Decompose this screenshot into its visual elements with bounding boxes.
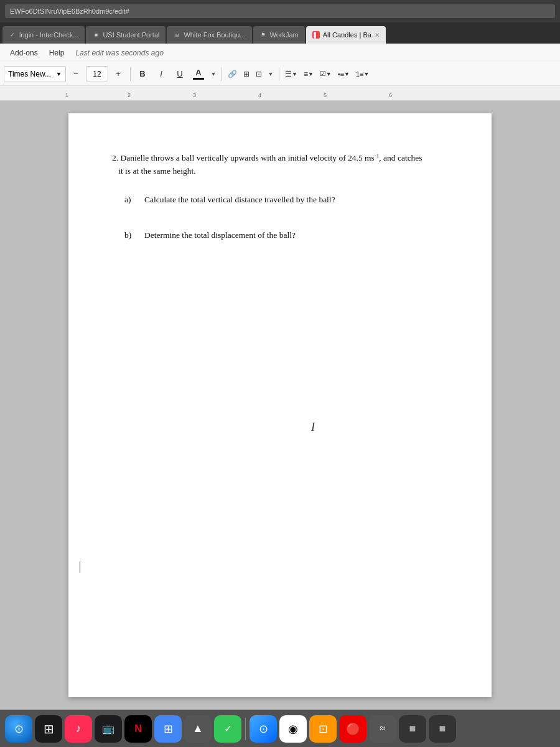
sub-label-a: a) <box>124 193 134 207</box>
dock-item-chrome[interactable]: ◉ <box>279 715 307 743</box>
font-size-input[interactable]: 12 <box>86 66 108 82</box>
font-color-dropdown[interactable]: ▼ <box>208 66 218 82</box>
dock-item-app2[interactable]: ✓ <box>214 715 241 743</box>
tab-label-candles: All Candles | Ba <box>323 31 371 39</box>
checklist-chevron-icon: ▼ <box>326 71 332 77</box>
wifi-icon: ≈ <box>380 722 386 735</box>
dock-item-netflix[interactable]: N <box>124 715 152 743</box>
i-beam-cursor: I <box>311 421 315 433</box>
insert-link-button[interactable]: 🔗 <box>225 66 240 82</box>
dock-item-app1[interactable]: ▲ <box>184 715 212 743</box>
toolbar-separator-2 <box>222 67 222 81</box>
minus-icon: − <box>73 69 78 78</box>
dock-item-app4[interactable]: 🔴 <box>339 715 366 743</box>
macos-dock: ⊙ ⊞ ♪ 📺 N ⊞ ▲ ✓ ⊙ ◉ ⊡ 🔴 ≈ ■ ■ <box>0 710 560 747</box>
italic-button[interactable]: I <box>152 66 170 82</box>
sub-label-b: b) <box>124 228 134 242</box>
font-size-decrease-button[interactable]: − <box>67 66 85 82</box>
bullet-list-button[interactable]: •≡ ▼ <box>335 66 352 82</box>
font-color-icon: A <box>195 68 201 77</box>
ruler-mark-1: 1 <box>65 92 68 98</box>
tv-icon: 📺 <box>102 723 114 735</box>
dock-item-system-prefs[interactable]: ⊙ <box>5 715 32 743</box>
underline-icon: U <box>177 69 182 78</box>
tab-white-fox[interactable]: w White Fox Boutiqu... <box>167 26 251 44</box>
dock-item-app5[interactable]: ■ <box>399 715 426 743</box>
checklist-icon: ☑ <box>320 70 326 78</box>
dock-item-wifi[interactable]: ≈ <box>369 715 396 743</box>
tab-favicon-usi: ■ <box>92 31 100 39</box>
menu-help[interactable]: Help <box>44 46 70 60</box>
numbered-list-button[interactable]: 1≡ ▼ <box>353 66 371 82</box>
checklist-button[interactable]: ☑ ▼ <box>317 66 334 82</box>
url-input[interactable]: EWFo6DtSINruVipE6BzRh0dm9c/edit# <box>5 4 555 18</box>
toolbar-separator-1 <box>130 67 131 81</box>
dock-item-tv[interactable]: 📺 <box>95 715 122 743</box>
tab-close-candles[interactable]: ✕ <box>375 32 380 39</box>
question-2-text: 2. Danielle throws a ball vertically upw… <box>112 151 448 178</box>
app2-icon: ✓ <box>224 723 232 735</box>
bullet-list-icon: •≡ <box>338 70 344 78</box>
tab-favicon-workjam: ⚑ <box>259 31 267 39</box>
tab-workjam[interactable]: ⚑ WorkJam <box>253 26 305 44</box>
tab-label-whitefox: White Fox Boutiqu... <box>184 31 245 39</box>
font-color-button[interactable]: A <box>190 66 207 82</box>
ruler-mark-4: 4 <box>258 92 261 98</box>
font-color-swatch <box>193 78 204 80</box>
left-margin-cursor <box>80 561 80 573</box>
app6-icon: ■ <box>439 722 446 735</box>
tab-favicon-candles: ▌ <box>312 31 320 39</box>
ruler-scale: 1 2 3 4 5 6 <box>0 86 560 100</box>
ruler-mark-5: 5 <box>324 92 327 98</box>
tab-login-intercheck[interactable]: ✓ login - InterCheck... <box>2 26 85 44</box>
insert-image-button[interactable]: ⊡ <box>253 66 264 82</box>
line-spacing-button[interactable]: ≡ ▼ <box>301 66 316 82</box>
netflix-icon: N <box>134 723 142 735</box>
dock-item-docs[interactable]: ⊞ <box>154 715 182 743</box>
alignment-icon: ☰ <box>285 70 292 78</box>
menu-addons[interactable]: Add-ons <box>5 46 43 60</box>
alignment-dropdown[interactable]: ☰ ▼ <box>282 66 300 82</box>
bold-icon: B <box>139 69 145 78</box>
ruler-mark-2: 2 <box>128 92 131 98</box>
question-2: 2. Danielle throws a ball vertically upw… <box>112 151 448 242</box>
system-prefs-icon: ⊙ <box>14 722 24 736</box>
sub-question-a: a) Calculate the total vertical distance… <box>124 193 448 207</box>
url-text: EWFo6DtSINruVipE6BzRh0dm9c/edit# <box>10 7 129 15</box>
alignment-chevron-icon: ▼ <box>292 71 297 77</box>
browser-tabs: ✓ login - InterCheck... ■ USI Student Po… <box>0 22 560 44</box>
font-name-label: Times New... <box>8 70 51 78</box>
dock-item-app6[interactable]: ■ <box>429 715 456 743</box>
insert-chevron-icon: ▼ <box>268 71 274 77</box>
dock-item-app3[interactable]: ⊡ <box>309 715 337 743</box>
underline-button[interactable]: U <box>171 66 189 82</box>
image-icon: ⊡ <box>256 70 262 78</box>
dock-item-safari[interactable]: ⊙ <box>250 715 277 743</box>
italic-icon: I <box>160 69 162 78</box>
tab-usi-portal[interactable]: ■ USI Student Portal <box>86 26 166 44</box>
sub-question-b-text: Determine the total displacement of the … <box>144 228 296 242</box>
app1-icon: ▲ <box>192 722 203 735</box>
bold-button[interactable]: B <box>134 66 151 82</box>
superscript-neg1: -1 <box>375 152 380 158</box>
finder-icon: ⊞ <box>44 721 54 736</box>
sub-question-a-text: Calculate the total vertical distance tr… <box>144 193 335 207</box>
tab-favicon-login: ✓ <box>9 31 16 39</box>
dock-item-music[interactable]: ♪ <box>65 715 92 743</box>
insert-comment-button[interactable]: ⊞ <box>241 66 252 82</box>
document-page[interactable]: 2. Danielle throws a ball vertically upw… <box>68 113 492 697</box>
numberedlist-chevron-icon: ▼ <box>364 71 370 77</box>
menu-bar: Add-ons Help Last edit was seconds ago <box>0 44 560 62</box>
font-size-increase-button[interactable]: + <box>110 66 127 82</box>
insert-dropdown[interactable]: ▼ <box>266 66 276 82</box>
dock-item-finder[interactable]: ⊞ <box>35 715 62 743</box>
font-name-dropdown[interactable]: Times New... ▼ <box>4 66 66 82</box>
question-number: 2. <box>112 153 118 162</box>
tab-all-candles[interactable]: ▌ All Candles | Ba ✕ <box>306 26 386 44</box>
app4-icon: 🔴 <box>346 722 360 736</box>
app3-icon: ⊡ <box>319 722 328 736</box>
sub-question-b: b) Determine the total displacement of t… <box>124 228 448 242</box>
bullet-chevron-icon: ▼ <box>344 71 350 77</box>
docs-icon: ⊞ <box>164 722 173 736</box>
comment-icon: ⊞ <box>243 70 250 78</box>
